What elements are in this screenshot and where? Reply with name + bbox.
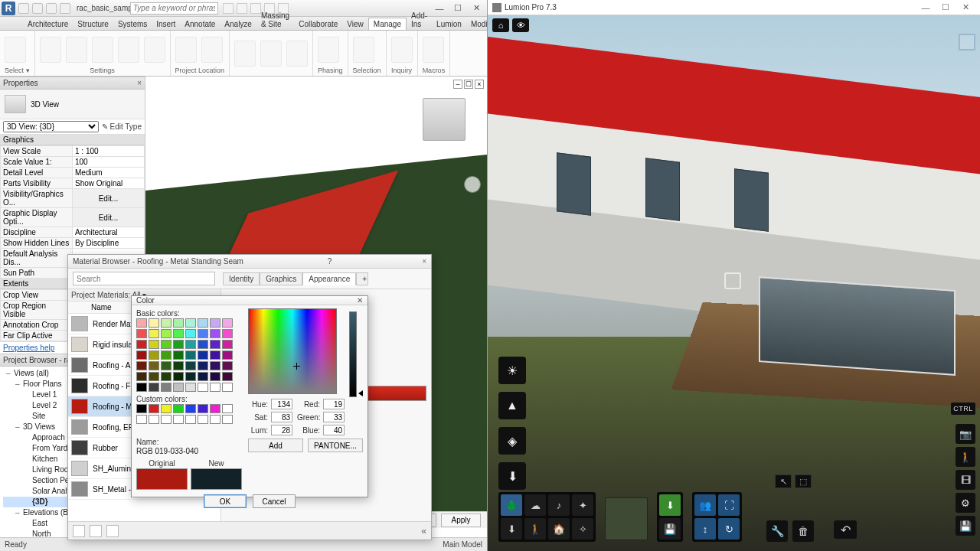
basic-color-swatch[interactable] xyxy=(198,350,208,360)
custom-color-swatch[interactable] xyxy=(149,415,159,424)
ribbon-tab-massing-site[interactable]: Massing & Site xyxy=(256,10,294,30)
ribbon-button[interactable] xyxy=(92,37,113,63)
property-value[interactable]: Edit... xyxy=(73,189,145,208)
basic-color-swatch[interactable] xyxy=(149,383,159,392)
basic-color-swatch[interactable] xyxy=(161,318,172,328)
property-value[interactable]: 100 xyxy=(73,157,145,168)
custom-color-swatch[interactable] xyxy=(173,404,184,413)
basic-color-swatch[interactable] xyxy=(210,372,220,381)
object-thumbnail[interactable] xyxy=(605,497,648,540)
mb-collapse-icon[interactable]: « xyxy=(421,526,426,536)
import-icon[interactable]: ⬇ xyxy=(498,462,526,490)
basic-color-swatch[interactable] xyxy=(173,329,184,338)
search-input[interactable] xyxy=(130,2,218,15)
qat-redo-icon[interactable] xyxy=(60,3,70,14)
ribbon-button[interactable] xyxy=(5,37,26,63)
custom-color-swatch[interactable] xyxy=(198,415,208,424)
favorites-icon[interactable] xyxy=(237,3,247,14)
build-mode-icon[interactable]: ⌂ xyxy=(492,18,509,32)
nav-wheel-icon[interactable] xyxy=(464,176,481,193)
mb-tool-1-icon[interactable] xyxy=(73,525,85,537)
ribbon-button[interactable] xyxy=(144,37,165,63)
eye-mode-icon[interactable]: 👁 xyxy=(512,18,529,32)
custom-color-swatch[interactable] xyxy=(185,415,196,424)
basic-color-swatch[interactable] xyxy=(198,340,208,349)
luminance-arrow-icon[interactable] xyxy=(358,390,363,396)
materials-icon[interactable]: ◈ xyxy=(498,427,526,455)
object-category-icon[interactable]: ☁ xyxy=(524,494,546,516)
property-value[interactable]: Medium xyxy=(73,168,145,178)
color-ok-button[interactable]: OK xyxy=(204,494,247,508)
custom-color-swatch[interactable] xyxy=(185,404,196,413)
transform-icon[interactable]: ⛶ xyxy=(718,494,740,516)
basic-color-swatch[interactable] xyxy=(149,361,159,370)
ribbon-tab-add-ins[interactable]: Add-Ins xyxy=(407,10,432,30)
custom-color-swatch[interactable] xyxy=(210,415,220,424)
settings-icon[interactable]: ⚙ xyxy=(956,493,975,513)
sat-input[interactable] xyxy=(271,412,292,422)
color-dialog-close-icon[interactable]: ✕ xyxy=(357,296,363,305)
basic-color-swatch[interactable] xyxy=(136,350,147,360)
custom-color-swatch[interactable] xyxy=(173,415,184,424)
custom-color-swatch[interactable] xyxy=(136,415,147,424)
ribbon-button[interactable] xyxy=(391,37,413,63)
apply-button[interactable]: Apply xyxy=(441,514,481,527)
basic-color-swatch[interactable] xyxy=(161,372,172,381)
basic-color-swatch[interactable] xyxy=(210,329,220,338)
luminance-slider[interactable] xyxy=(349,311,357,397)
ribbon-tab-manage[interactable]: Manage xyxy=(368,18,407,30)
custom-color-swatch[interactable] xyxy=(210,404,220,413)
custom-color-swatch[interactable] xyxy=(136,404,147,413)
material-browser-help-icon[interactable]: ? xyxy=(328,257,332,266)
basic-color-swatch[interactable] xyxy=(185,372,196,381)
ribbon-button[interactable] xyxy=(40,37,61,63)
basic-color-swatch[interactable] xyxy=(198,318,208,328)
save-icon[interactable]: 💾 xyxy=(956,516,975,536)
property-value[interactable]: 1 : 100 xyxy=(73,146,145,157)
basic-color-swatch[interactable] xyxy=(210,361,220,370)
transform-icon[interactable]: 👥 xyxy=(694,494,716,516)
property-value[interactable]: Edit... xyxy=(73,208,145,227)
basic-color-swatch[interactable] xyxy=(222,318,233,328)
movie-icon[interactable]: 🎞 xyxy=(956,470,975,490)
basic-color-swatch[interactable] xyxy=(198,383,208,392)
basic-color-swatch[interactable] xyxy=(136,329,147,338)
marquee-icon[interactable]: ⬚ xyxy=(795,474,812,488)
color-crosshair-icon[interactable] xyxy=(293,363,300,370)
properties-panel-header[interactable]: Properties × xyxy=(0,77,145,90)
ribbon-button[interactable] xyxy=(286,41,308,67)
material-browser-close-icon[interactable]: × xyxy=(422,257,426,266)
basic-color-swatch[interactable] xyxy=(185,329,196,338)
material-tab-add[interactable]: + xyxy=(356,272,368,285)
lumion-maximize-button[interactable]: ☐ xyxy=(936,1,956,15)
ribbon-tab-annotate[interactable]: Annotate xyxy=(180,18,220,30)
basic-color-swatch[interactable] xyxy=(161,361,172,370)
maximize-button[interactable]: ☐ xyxy=(449,2,467,15)
lum-input[interactable] xyxy=(271,425,292,435)
ribbon-button[interactable] xyxy=(318,37,339,63)
view-cube[interactable] xyxy=(423,98,466,141)
view-max-icon[interactable]: ☐ xyxy=(464,80,473,89)
basic-color-swatch[interactable] xyxy=(173,318,184,328)
object-category-icon[interactable]: 🚶 xyxy=(524,518,546,540)
basic-color-swatch[interactable] xyxy=(161,350,172,360)
color-cancel-button[interactable]: Cancel xyxy=(253,494,296,508)
pantone-button[interactable]: PANTONE... xyxy=(308,439,363,452)
property-value[interactable]: Architectural xyxy=(73,227,145,238)
basic-color-swatch[interactable] xyxy=(161,340,172,349)
lumion-minimize-button[interactable]: — xyxy=(916,1,936,15)
custom-color-swatch[interactable] xyxy=(161,404,172,413)
basic-color-swatch[interactable] xyxy=(222,361,233,370)
ribbon-button[interactable] xyxy=(260,41,282,67)
basic-color-swatch[interactable] xyxy=(173,372,184,381)
basic-color-swatch[interactable] xyxy=(136,383,147,392)
basic-color-swatch[interactable] xyxy=(210,340,220,349)
properties-close-icon[interactable]: × xyxy=(137,79,142,87)
view-min-icon[interactable]: – xyxy=(453,80,462,89)
object-category-icon[interactable]: 🏠 xyxy=(548,518,570,540)
basic-color-swatch[interactable] xyxy=(173,361,184,370)
basic-color-swatch[interactable] xyxy=(210,383,220,392)
object-category-icon[interactable]: ✧ xyxy=(572,518,593,540)
ribbon-tab-view[interactable]: View xyxy=(342,18,368,30)
property-value[interactable]: Show Original xyxy=(73,178,145,189)
